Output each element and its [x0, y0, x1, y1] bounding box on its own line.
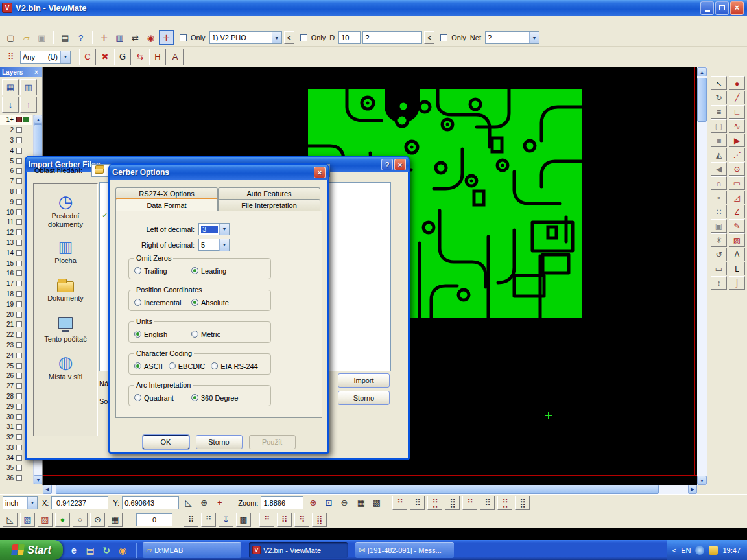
wide-rect-icon[interactable]: ▭: [711, 262, 727, 275]
tray-chevron-icon[interactable]: <: [672, 546, 676, 554]
layer-visibility-checkbox[interactable]: [16, 229, 22, 235]
online-status-icon[interactable]: ●: [55, 513, 70, 527]
origin-icon[interactable]: ⊕: [196, 496, 211, 510]
scroll-down-icon[interactable]: ▼: [34, 475, 42, 484]
dcode-select-icon[interactable]: ✛: [97, 30, 112, 45]
task-message-session[interactable]: ✉ [191-482-091] - Mess...: [355, 542, 454, 558]
tab-auto-features[interactable]: Auto Features: [218, 187, 320, 200]
close-icon[interactable]: ×: [32, 69, 40, 76]
highlight-mode-icon[interactable]: H: [149, 49, 166, 65]
settings-gear-icon[interactable]: ✳: [711, 233, 727, 247]
zigzag-icon[interactable]: Z: [729, 205, 745, 218]
net-color-icon[interactable]: ▨: [38, 513, 53, 527]
measure-icon[interactable]: ◺: [181, 496, 196, 510]
task-mlab-folder[interactable]: ▱ D:\MLAB: [143, 542, 241, 558]
tray-update-icon[interactable]: [709, 546, 718, 555]
trace-display-icon[interactable]: ⣿: [445, 496, 460, 510]
select-flash-icon[interactable]: ⣿: [312, 513, 327, 527]
layer-visibility-checkbox[interactable]: [16, 424, 22, 430]
move-layer-up-icon[interactable]: ↑: [20, 97, 37, 113]
show-desktop-icon[interactable]: ▤: [83, 542, 97, 558]
filled-frame-icon[interactable]: ■: [711, 134, 727, 147]
close-button[interactable]: ×: [730, 1, 744, 15]
only-net-checkbox[interactable]: [440, 34, 447, 41]
draw-circle-icon[interactable]: ⊙: [729, 162, 745, 176]
dot-grid-icon[interactable]: ⠿: [184, 513, 198, 527]
y-coordinate-field[interactable]: 0.690643: [122, 496, 179, 509]
mirror-icon[interactable]: ◭: [711, 148, 727, 161]
crosshair-move-icon[interactable]: ✖: [97, 49, 113, 65]
radio-ebcdic[interactable]: EBCDIC: [169, 362, 206, 370]
prev-dcode-button[interactable]: <: [424, 31, 434, 44]
gerber-file-icon[interactable]: ✓: [102, 211, 108, 219]
layer-visibility-checkbox[interactable]: [16, 332, 22, 338]
dcode-name-input[interactable]: ?: [362, 31, 422, 44]
tab-data-format[interactable]: Data Format: [115, 198, 218, 211]
refresh-icon[interactable]: ↻: [99, 542, 113, 558]
snap-angle-icon[interactable]: ◺: [3, 513, 18, 527]
layer-visibility-checkbox[interactable]: [16, 434, 22, 440]
menu-item[interactable]: [56, 21, 65, 23]
radio-absolute[interactable]: Absolute: [191, 299, 248, 307]
dcode-input[interactable]: 10: [338, 31, 361, 44]
draw-line-icon[interactable]: ╱: [729, 91, 745, 104]
redraw-icon[interactable]: ↻: [711, 91, 727, 104]
composite-display-icon[interactable]: ⣿: [515, 496, 530, 510]
layer-visibility-checkbox[interactable]: [16, 199, 22, 205]
radio-ascii[interactable]: ASCII: [134, 362, 163, 370]
layer-visibility-checkbox[interactable]: [16, 250, 22, 256]
tray-messenger-icon[interactable]: [695, 546, 704, 555]
new-file-icon[interactable]: ▢: [3, 30, 18, 45]
layer-visibility-checkbox[interactable]: [16, 189, 22, 194]
menu-item[interactable]: [35, 21, 44, 23]
language-indicator[interactable]: EN: [681, 546, 691, 554]
radio-360-degree[interactable]: 360 Degree: [191, 394, 248, 402]
draw-arrow-icon[interactable]: ▶: [729, 134, 745, 147]
layer-visibility-checkbox[interactable]: [16, 270, 22, 276]
right-of-decimal-select[interactable]: 5 ▼: [198, 239, 230, 251]
component-mode-icon[interactable]: C: [79, 49, 96, 65]
save-file-icon[interactable]: ▣: [34, 30, 49, 45]
layer-visibility-checkbox[interactable]: [16, 373, 22, 379]
gerber-mode-icon[interactable]: G: [114, 49, 131, 65]
sketch-icon[interactable]: ✎: [729, 219, 745, 233]
grid-lock-icon[interactable]: ▩: [236, 513, 251, 527]
radio-incremental[interactable]: Incremental: [134, 299, 191, 307]
browser-icon[interactable]: ◉: [115, 542, 130, 558]
layer-table-icon[interactable]: ▦: [2, 79, 19, 95]
internet-explorer-icon[interactable]: e: [67, 542, 81, 558]
only-layer-checkbox[interactable]: [180, 34, 187, 41]
resize-icon[interactable]: ↕: [711, 276, 727, 290]
flash-display-icon[interactable]: ⠛: [462, 496, 477, 510]
radio-quadrant[interactable]: Quadrant: [134, 394, 191, 402]
close-button[interactable]: ×: [394, 159, 406, 170]
context-help-icon[interactable]: ?: [73, 30, 88, 45]
only-dcode-checkbox[interactable]: [300, 34, 307, 41]
layer-visibility-checkbox[interactable]: [16, 445, 22, 450]
scroll-down-icon[interactable]: ▼: [697, 476, 707, 485]
zoom-in-icon[interactable]: ⊕: [305, 496, 320, 510]
radio-metric[interactable]: Metric: [191, 331, 248, 338]
layer-visibility-checkbox[interactable]: [16, 312, 22, 318]
draw-polyline-icon[interactable]: ∟: [729, 105, 745, 119]
menu-item[interactable]: [77, 21, 86, 23]
fine-grid-icon[interactable]: ⠛: [201, 513, 216, 527]
import-button[interactable]: Import: [338, 373, 390, 388]
text-tool-icon[interactable]: A: [729, 248, 745, 261]
text-mode-icon[interactable]: A: [167, 49, 184, 65]
menu-item[interactable]: [66, 21, 75, 23]
menu-item[interactable]: [87, 21, 96, 23]
scatter-icon[interactable]: ∷: [711, 205, 727, 218]
net-select[interactable]: ? ▼: [485, 31, 540, 44]
radio-leading[interactable]: Leading: [191, 267, 248, 275]
layer-visibility-checkbox[interactable]: [16, 383, 22, 389]
x-coordinate-field[interactable]: -0.942237: [51, 496, 108, 509]
layer-color-icon[interactable]: ▧: [20, 513, 35, 527]
dcode-swap-icon[interactable]: ⇄: [128, 30, 143, 45]
canvas-vertical-scrollbar[interactable]: ▲ ▼: [697, 67, 707, 485]
restore-button[interactable]: [715, 1, 729, 15]
place-my-computer[interactable]: Tento počítač: [35, 314, 96, 344]
negative-display-icon[interactable]: ⣛: [497, 496, 512, 510]
prev-layer-button[interactable]: <: [284, 31, 294, 44]
tab-file-interpretation[interactable]: File Interpretation: [218, 199, 320, 211]
